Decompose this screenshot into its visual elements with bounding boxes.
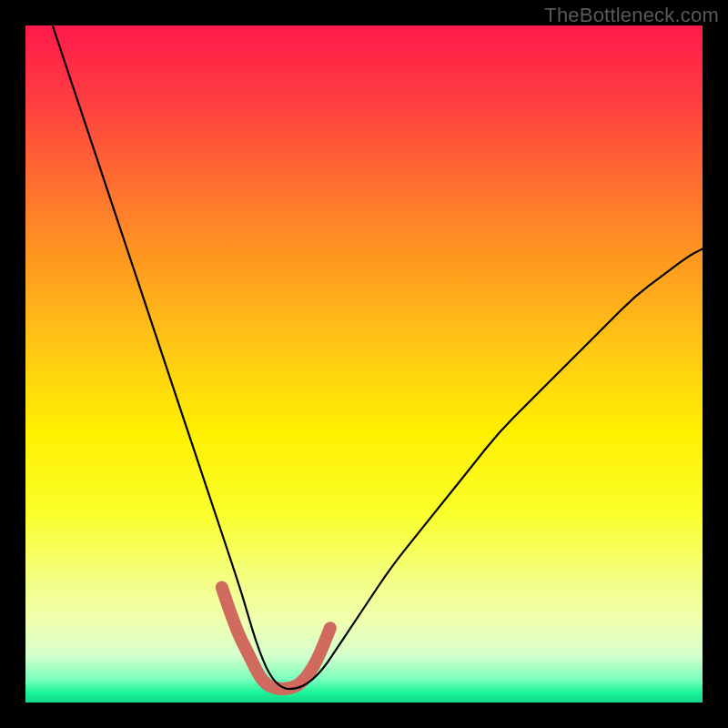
plot-area [25,25,703,703]
bottleneck-curve [53,25,703,689]
watermark-text: TheBottleneck.com [544,4,719,27]
bottom-overlay-stroke [222,588,330,690]
outer-frame: TheBottleneck.com [0,0,728,728]
curve-layer [25,25,703,703]
